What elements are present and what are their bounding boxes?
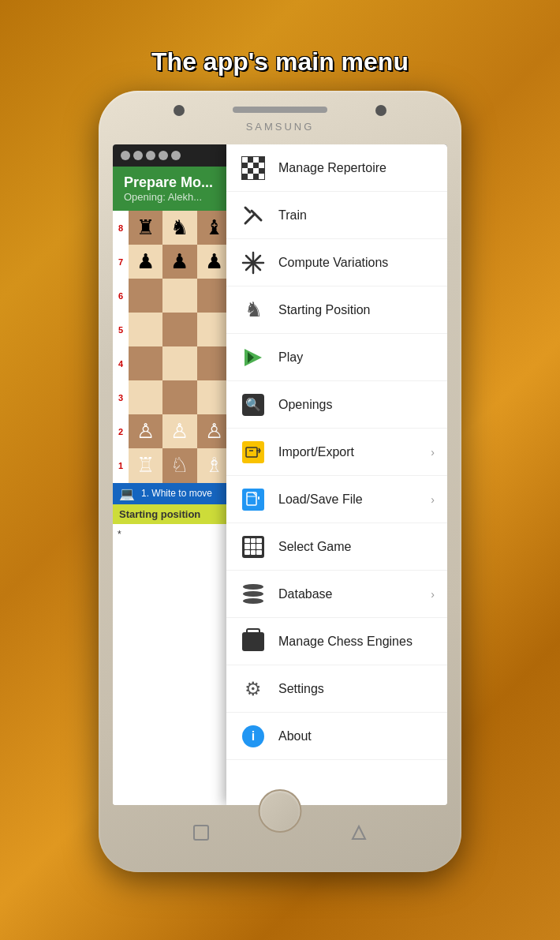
back-button[interactable] bbox=[185, 817, 217, 848]
cell-3-b bbox=[162, 380, 196, 414]
row-label-4: 4 bbox=[113, 346, 129, 380]
cell-5-b bbox=[162, 313, 196, 346]
menu-item-manage-repertoire[interactable]: Manage Repertoire bbox=[226, 144, 447, 192]
settings-label: Settings bbox=[278, 682, 435, 696]
menu-item-select-game[interactable]: Select Game bbox=[226, 523, 447, 571]
cell-5-a bbox=[129, 313, 162, 346]
app-subtitle: Opening: Alekh... bbox=[124, 191, 213, 203]
chess-board-section: 8 ♜ ♞ ♝ 7 ♟ ♟ ♟ bbox=[113, 211, 231, 805]
starting-position-bar: Starting position bbox=[113, 504, 231, 524]
phone-screen: 54% 1:01 PM Prepare Mo... Opening: Alekh… bbox=[113, 144, 447, 805]
search-icon: 🔍 bbox=[239, 391, 267, 419]
database-arrow: › bbox=[431, 588, 435, 601]
menu-item-database[interactable]: Database › bbox=[226, 571, 447, 618]
manage-engines-label: Manage Chess Engines bbox=[278, 635, 435, 649]
gear-icon: ⚙ bbox=[239, 675, 267, 703]
menu-item-manage-engines[interactable]: Manage Chess Engines bbox=[226, 618, 447, 665]
load-save-label: Load/Save File bbox=[278, 492, 431, 507]
menu-item-settings[interactable]: ⚙ Settings bbox=[226, 665, 447, 713]
menu-item-about[interactable]: i About bbox=[226, 713, 447, 760]
knight-icon: ♞ bbox=[239, 296, 267, 324]
cell-6-b bbox=[162, 279, 196, 313]
load-save-arrow: › bbox=[431, 493, 435, 506]
briefcase-icon bbox=[239, 627, 267, 656]
notification-icon bbox=[121, 151, 130, 160]
cell-6-a bbox=[129, 279, 162, 313]
about-label: About bbox=[278, 729, 435, 743]
cell-2-a: ♙ bbox=[129, 414, 162, 448]
notification-icon3 bbox=[146, 151, 155, 160]
notification-icon4 bbox=[159, 151, 168, 160]
notation-area: * bbox=[113, 524, 231, 806]
import-icon bbox=[239, 438, 267, 466]
info-icon: i bbox=[239, 722, 267, 751]
cell-1-a: ♖ bbox=[129, 448, 162, 482]
cell-4-b bbox=[162, 346, 196, 380]
openings-label: Openings bbox=[278, 398, 435, 412]
phone-shell: SAMSUNG 54% 1:01 PM bbox=[99, 91, 461, 872]
notation-star: * bbox=[118, 529, 226, 540]
import-export-arrow: › bbox=[431, 446, 435, 459]
svg-line-2 bbox=[245, 208, 250, 212]
play-label: Play bbox=[278, 350, 435, 365]
play-icon bbox=[239, 343, 267, 372]
svg-line-0 bbox=[245, 214, 255, 223]
app-title: Prepare Mo... bbox=[124, 174, 213, 191]
cell-8-b: ♞ bbox=[162, 211, 196, 245]
brand-label: SAMSUNG bbox=[246, 121, 315, 133]
menu-item-load-save-file[interactable]: Load/Save File › bbox=[226, 476, 447, 523]
cell-7-a: ♟ bbox=[129, 245, 162, 279]
page-title: The app's main menu bbox=[151, 47, 409, 77]
computer-icon: 💻 bbox=[119, 486, 135, 501]
front-camera-right bbox=[375, 105, 386, 116]
svg-rect-19 bbox=[194, 826, 208, 840]
grid-icon bbox=[239, 533, 267, 561]
row-label-7: 7 bbox=[113, 245, 129, 279]
home-button[interactable] bbox=[259, 789, 302, 833]
phone-device: SAMSUNG 54% 1:01 PM bbox=[99, 91, 461, 872]
import-export-label: Import/Export bbox=[278, 445, 431, 459]
svg-rect-10 bbox=[246, 448, 257, 457]
menu-item-starting-position[interactable]: ♞ Starting Position bbox=[226, 286, 447, 334]
row-label-3: 3 bbox=[113, 380, 129, 414]
content-area: 8 ♜ ♞ ♝ 7 ♟ ♟ ♟ bbox=[113, 211, 447, 805]
select-game-label: Select Game bbox=[278, 540, 435, 554]
svg-marker-20 bbox=[353, 826, 365, 839]
cell-8-a: ♜ bbox=[129, 211, 162, 245]
starting-position-label: Starting Position bbox=[278, 303, 435, 317]
row-label-5: 5 bbox=[113, 313, 129, 346]
chess-board-icon bbox=[239, 154, 267, 182]
cell-3-a bbox=[129, 380, 162, 414]
menu-item-play[interactable]: Play bbox=[226, 334, 447, 381]
file-icon bbox=[239, 485, 267, 514]
row-label-1: 1 bbox=[113, 448, 129, 482]
notification-icon2 bbox=[133, 151, 143, 160]
notification-icon5 bbox=[171, 151, 181, 160]
cell-2-b: ♙ bbox=[162, 414, 196, 448]
menu-item-openings[interactable]: 🔍 Openings bbox=[226, 381, 447, 429]
train-label: Train bbox=[278, 208, 435, 223]
tools-icon bbox=[239, 201, 267, 230]
nav-buttons bbox=[99, 817, 461, 848]
dropdown-menu: Manage Repertoire Train bbox=[226, 144, 447, 805]
database-label: Database bbox=[278, 587, 431, 601]
speaker-grille bbox=[233, 107, 327, 113]
info-bar: 💻 1. White to move bbox=[113, 483, 231, 504]
menu-item-import-export[interactable]: Import/Export › bbox=[226, 429, 447, 476]
row-label-6: 6 bbox=[113, 279, 129, 313]
svg-point-7 bbox=[252, 260, 256, 264]
cell-4-a bbox=[129, 346, 162, 380]
recents-button[interactable] bbox=[343, 817, 375, 848]
menu-item-compute-variations[interactable]: Compute Variations bbox=[226, 239, 447, 286]
move-info: 1. White to move bbox=[141, 488, 212, 499]
cell-7-b: ♟ bbox=[162, 245, 196, 279]
cell-1-b: ♘ bbox=[162, 448, 196, 482]
menu-item-train[interactable]: Train bbox=[226, 192, 447, 239]
snowflake-icon bbox=[239, 249, 267, 277]
compute-variations-label: Compute Variations bbox=[278, 256, 435, 270]
database-icon bbox=[239, 580, 267, 609]
front-camera-left bbox=[174, 105, 185, 116]
status-icons bbox=[121, 151, 181, 160]
row-label-2: 2 bbox=[113, 414, 129, 448]
manage-repertoire-label: Manage Repertoire bbox=[278, 161, 435, 175]
